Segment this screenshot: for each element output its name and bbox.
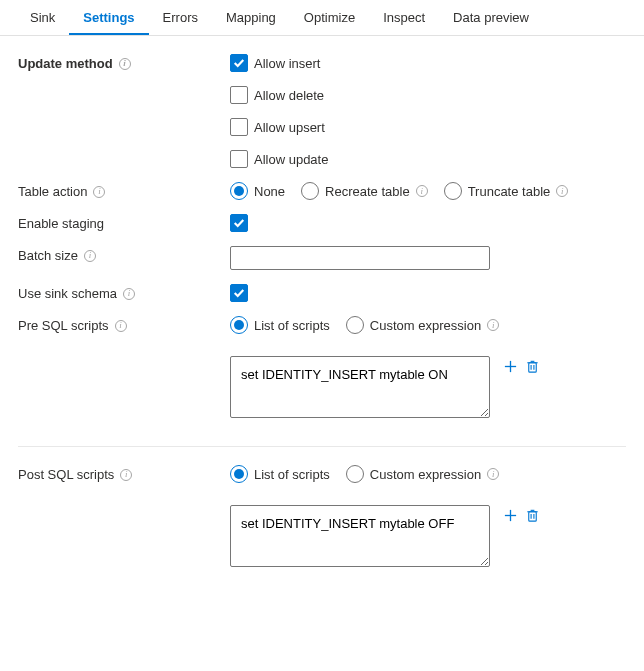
label-allow-insert: Allow insert <box>254 56 320 71</box>
checkbox-enable-staging[interactable] <box>230 214 248 232</box>
label-update-method: Update method i <box>18 54 230 71</box>
info-icon[interactable]: i <box>84 250 96 262</box>
radio-pre-sql-custom[interactable] <box>346 316 364 334</box>
label-enable-staging: Enable staging <box>18 214 230 231</box>
tab-inspect[interactable]: Inspect <box>369 0 439 35</box>
radio-pre-sql-list[interactable] <box>230 316 248 334</box>
checkbox-allow-update[interactable] <box>230 150 248 168</box>
info-icon[interactable]: i <box>123 288 135 300</box>
settings-form: Update method i Allow insert Allow delet… <box>0 36 644 605</box>
info-icon[interactable]: i <box>93 186 105 198</box>
tab-settings[interactable]: Settings <box>69 0 148 35</box>
radio-table-action-recreate[interactable] <box>301 182 319 200</box>
label-use-sink-schema: Use sink schema i <box>18 284 230 301</box>
label-update-method-text: Update method <box>18 56 113 71</box>
add-icon[interactable] <box>502 507 518 523</box>
label-post-sql-text: Post SQL scripts <box>18 467 114 482</box>
label-table-action-none: None <box>254 184 285 199</box>
label-pre-sql-text: Pre SQL scripts <box>18 318 109 333</box>
info-icon[interactable]: i <box>120 469 132 481</box>
label-batch-size: Batch size i <box>18 246 230 263</box>
label-allow-update: Allow update <box>254 152 328 167</box>
label-table-action: Table action i <box>18 182 230 199</box>
info-icon[interactable]: i <box>487 319 499 331</box>
checkbox-use-sink-schema[interactable] <box>230 284 248 302</box>
label-post-sql-list: List of scripts <box>254 467 330 482</box>
radio-table-action-truncate[interactable] <box>444 182 462 200</box>
tab-sink[interactable]: Sink <box>16 0 69 35</box>
label-table-action-recreate: Recreate table <box>325 184 410 199</box>
delete-icon[interactable] <box>524 507 540 523</box>
info-icon[interactable]: i <box>556 185 568 197</box>
info-icon[interactable]: i <box>115 320 127 332</box>
label-allow-upsert: Allow upsert <box>254 120 325 135</box>
textarea-pre-sql[interactable] <box>230 356 490 418</box>
checkbox-allow-insert[interactable] <box>230 54 248 72</box>
add-icon[interactable] <box>502 358 518 374</box>
label-allow-delete: Allow delete <box>254 88 324 103</box>
label-enable-staging-text: Enable staging <box>18 216 104 231</box>
textarea-post-sql[interactable] <box>230 505 490 567</box>
checkbox-allow-delete[interactable] <box>230 86 248 104</box>
radio-post-sql-list[interactable] <box>230 465 248 483</box>
tab-errors[interactable]: Errors <box>149 0 212 35</box>
tab-data-preview[interactable]: Data preview <box>439 0 543 35</box>
info-icon[interactable]: i <box>416 185 428 197</box>
checkbox-allow-upsert[interactable] <box>230 118 248 136</box>
label-post-sql: Post SQL scripts i <box>18 465 230 482</box>
label-pre-sql: Pre SQL scripts i <box>18 316 230 333</box>
delete-icon[interactable] <box>524 358 540 374</box>
label-post-sql-custom: Custom expression <box>370 467 481 482</box>
label-pre-sql-list: List of scripts <box>254 318 330 333</box>
radio-post-sql-custom[interactable] <box>346 465 364 483</box>
svg-rect-9 <box>528 511 536 520</box>
label-pre-sql-custom: Custom expression <box>370 318 481 333</box>
label-table-action-truncate: Truncate table <box>468 184 551 199</box>
info-icon[interactable]: i <box>487 468 499 480</box>
tab-optimize[interactable]: Optimize <box>290 0 369 35</box>
svg-rect-2 <box>528 362 536 371</box>
tab-mapping[interactable]: Mapping <box>212 0 290 35</box>
radio-table-action-none[interactable] <box>230 182 248 200</box>
label-table-action-text: Table action <box>18 184 87 199</box>
info-icon[interactable]: i <box>119 58 131 70</box>
divider <box>18 446 626 447</box>
tab-bar: Sink Settings Errors Mapping Optimize In… <box>0 0 644 36</box>
label-batch-size-text: Batch size <box>18 248 78 263</box>
input-batch-size[interactable] <box>230 246 490 270</box>
label-use-sink-schema-text: Use sink schema <box>18 286 117 301</box>
